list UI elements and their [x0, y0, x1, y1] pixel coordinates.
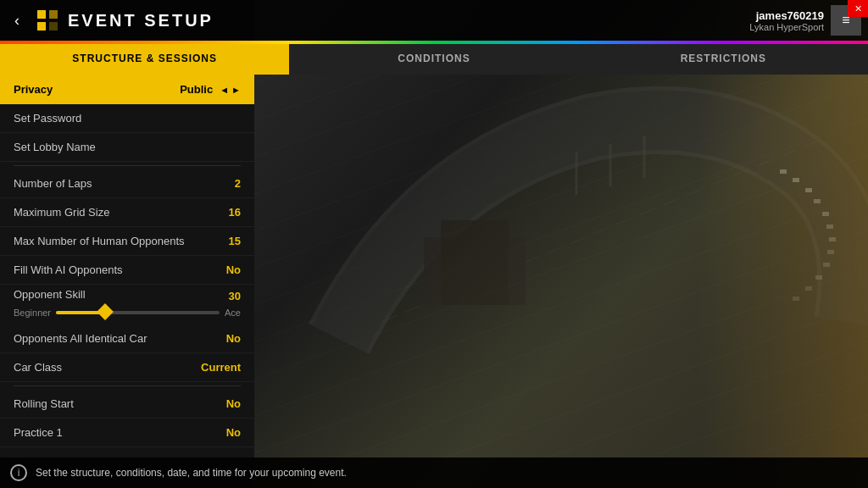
back-icon: ‹ — [14, 12, 19, 30]
car-class-item[interactable]: Car Class Current — [0, 353, 254, 382]
identical-car-label: Opponents All Identical Car — [14, 332, 147, 345]
user-info: james760219 Lykan HyperSport — [749, 9, 824, 32]
rolling-start-label: Rolling Start — [14, 397, 74, 410]
svg-rect-20 — [49, 10, 58, 19]
privacy-value-section: Public ◄ ► — [180, 83, 241, 96]
max-grid-size-item[interactable]: Maximum Grid Size 16 — [0, 198, 254, 227]
fill-ai-opponents-item[interactable]: Fill With AI Opponents No — [0, 256, 254, 285]
privacy-row[interactable]: Privacy Public ◄ ► — [0, 75, 254, 104]
logo-icon — [34, 7, 61, 34]
user-name: james760219 — [749, 9, 824, 22]
practice1-value: No — [226, 426, 241, 439]
tab-structure[interactable]: STRUCTURE & SESSIONS — [0, 44, 289, 75]
skill-thumb[interactable] — [97, 303, 114, 320]
max-human-opponents-label: Max Number of Human Opponents — [14, 235, 185, 247]
divider-1 — [14, 165, 241, 166]
fill-ai-opponents-value: No — [226, 263, 241, 276]
rolling-start-item[interactable]: Rolling Start No — [0, 390, 254, 419]
skill-min-label: Beginner — [14, 308, 51, 318]
divider-2 — [14, 385, 241, 386]
practice2-item[interactable]: Practice 2 No — [0, 447, 254, 458]
close-button[interactable]: ✕ — [848, 0, 868, 17]
practice1-item[interactable]: Practice 1 No — [0, 419, 254, 447]
identical-car-value: No — [226, 332, 241, 345]
max-grid-size-value: 16 — [229, 206, 241, 219]
svg-rect-18 — [37, 10, 46, 19]
set-lobby-name-item[interactable]: Set Lobby Name — [0, 133, 254, 162]
skill-track[interactable] — [56, 311, 220, 314]
app-logo: EVENT SETUP — [34, 7, 749, 34]
tab-restrictions[interactable]: RESTRICTIONS — [579, 44, 868, 75]
app-title: EVENT SETUP — [68, 11, 214, 30]
max-human-opponents-item[interactable]: Max Number of Human Opponents 15 — [0, 227, 254, 256]
opponent-skill-value: 30 — [229, 290, 241, 302]
opponent-skill-section: Opponent Skill 30 Beginner Ace — [0, 285, 254, 324]
set-lobby-name-label: Set Lobby Name — [14, 141, 96, 153]
tab-conditions[interactable]: CONDITIONS — [289, 44, 578, 75]
practice1-label: Practice 1 — [14, 426, 63, 439]
number-of-laps-value: 2 — [235, 177, 241, 190]
privacy-label: Privacy — [14, 83, 53, 96]
user-section: james760219 Lykan HyperSport ≡ — [749, 5, 861, 36]
car-class-label: Car Class — [14, 361, 62, 374]
car-class-value: Current — [201, 361, 241, 374]
max-grid-size-label: Maximum Grid Size — [14, 206, 109, 219]
svg-rect-14 — [441, 220, 509, 305]
info-icon: i — [10, 464, 27, 481]
number-of-laps-item[interactable]: Number of Laps 2 — [0, 169, 254, 198]
opponent-skill-label: Opponent Skill — [14, 288, 86, 301]
fill-ai-opponents-label: Fill With AI Opponents — [14, 263, 123, 276]
rolling-start-value: No — [226, 397, 241, 410]
tab-nav: STRUCTURE & SESSIONS CONDITIONS RESTRICT… — [0, 44, 868, 75]
left-panel: Privacy Public ◄ ► Set Password Set Lobb… — [0, 75, 254, 458]
privacy-value: Public — [180, 83, 213, 96]
skill-max-label: Ace — [225, 308, 241, 318]
number-of-laps-label: Number of Laps — [14, 177, 92, 190]
max-human-opponents-value: 15 — [229, 235, 241, 247]
set-password-item[interactable]: Set Password — [0, 104, 254, 133]
top-bar: ‹ EVENT SETUP james760219 Lykan HyperSpo… — [0, 0, 868, 41]
svg-rect-21 — [49, 22, 58, 30]
status-text: Set the structure, conditions, date, and… — [36, 467, 347, 479]
status-bar: i Set the structure, conditions, date, a… — [0, 458, 868, 488]
set-password-label: Set Password — [14, 112, 81, 125]
back-button[interactable]: ‹ — [0, 0, 34, 41]
svg-rect-19 — [37, 22, 46, 30]
user-car: Lykan HyperSport — [749, 22, 824, 32]
privacy-arrows: ◄ ► — [220, 85, 241, 95]
identical-car-item[interactable]: Opponents All Identical Car No — [0, 324, 254, 353]
